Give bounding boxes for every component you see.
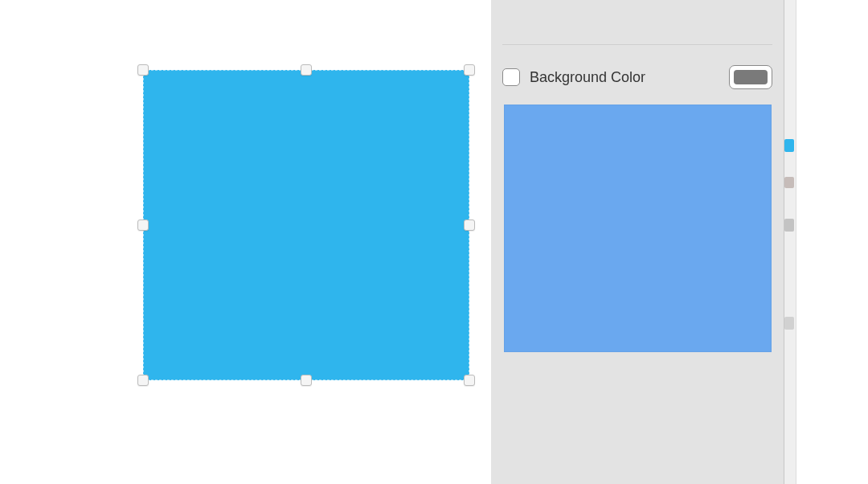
selected-shape[interactable] bbox=[143, 70, 469, 380]
clipped-row bbox=[502, 24, 772, 40]
inspector-panel: Background Color bbox=[491, 0, 784, 484]
resize-handle-top-right[interactable] bbox=[464, 64, 475, 76]
side-strip-chip bbox=[784, 219, 794, 232]
resize-handle-middle-right[interactable] bbox=[464, 219, 475, 231]
background-color-swatch bbox=[734, 70, 768, 84]
background-color-label: Background Color bbox=[530, 69, 719, 86]
side-strip bbox=[784, 0, 796, 484]
resize-handle-top-left[interactable] bbox=[137, 64, 149, 76]
preview-thumbnail[interactable] bbox=[504, 105, 772, 352]
background-color-row: Background Color bbox=[502, 63, 772, 92]
canvas[interactable] bbox=[0, 0, 490, 484]
resize-handle-bottom-left[interactable] bbox=[137, 375, 149, 386]
side-strip-chip bbox=[784, 317, 794, 330]
side-strip-chip bbox=[784, 177, 794, 188]
background-color-swatch-button[interactable] bbox=[729, 65, 772, 89]
resize-handle-bottom-middle[interactable] bbox=[301, 375, 312, 386]
resize-handle-top-middle[interactable] bbox=[301, 64, 312, 76]
inspector-panel-wrap: Background Color bbox=[491, 0, 796, 484]
side-strip-chip bbox=[784, 139, 794, 152]
resize-handle-bottom-right[interactable] bbox=[464, 375, 475, 386]
resize-handle-middle-left[interactable] bbox=[137, 219, 149, 231]
app-root: Background Color bbox=[0, 0, 868, 484]
divider bbox=[502, 44, 772, 45]
background-color-checkbox[interactable] bbox=[502, 68, 520, 86]
